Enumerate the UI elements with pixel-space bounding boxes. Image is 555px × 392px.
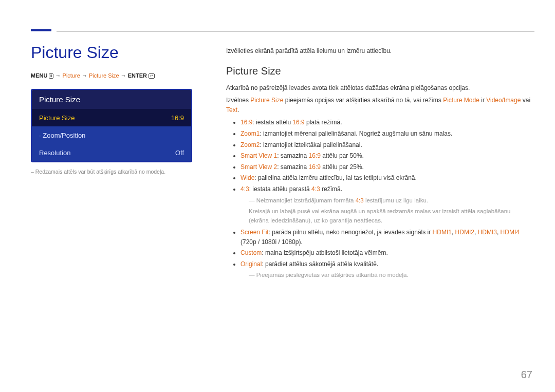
osd-panel: Picture Size Picture Size 16:9 · Zoom/Po… [31,89,192,162]
breadcrumb-picture: Picture [63,72,80,79]
note-4-3-a: Neizmantojiet izstrādājumam formāta 4:3 … [249,196,532,206]
osd-row-prefix: · [39,132,41,139]
list-item: Zoom2: izmantojiet izteiktākai palielinā… [240,140,532,150]
options-list-2: Screen Fit: parāda pilnu attēlu, neko ne… [226,228,532,269]
list-item: Zoom1: izmantojiet mērenai palielināšana… [240,129,532,139]
top-rule [57,31,534,32]
page-title: Picture Size [31,43,206,62]
list-item: Smart View 1: samazina 16:9 attēlu par 5… [240,151,532,161]
intro-text: Izvēlieties ekrānā parādītā attēla lielu… [226,46,532,56]
list-item: Smart View 2: samazina 16:9 attēlu par 2… [240,162,532,172]
top-accent-bar [31,29,51,31]
breadcrumb-enter-label: ENTER [128,72,147,79]
osd-row-value: Off [175,149,184,157]
left-column: Picture Size MENU Ⅲ → Picture → Picture … [31,43,206,175]
note-4-3-b: Kreisajā un labajā pusē vai ekrāna augšā… [249,207,532,226]
osd-row-label: · Zoom/Position [39,132,85,139]
right-column: Izvēlieties ekrānā parādītā attēla lielu… [226,43,532,282]
list-item: 16:9: iestata attēlu 16:9 platā režīmā. [240,118,532,127]
page: Picture Size MENU Ⅲ → Picture → Picture … [0,0,555,392]
paragraph-1: Atkarībā no pašreizējā ievades avota tie… [226,83,532,93]
osd-row-zoom-position[interactable]: · Zoom/Position [32,126,191,144]
list-item: Original: parādiet attēlus sākotnējā att… [240,259,532,269]
paragraph-2: Izvēlnes Picture Size pieejamās opcijas … [226,96,532,115]
breadcrumb-picture-size: Picture Size [89,72,119,79]
note-ports: Pieejamās pieslēgvietas var atšķirties a… [249,271,532,280]
osd-row-label: Resolution [39,149,70,157]
image-disclaimer: – Redzamais attēls var būt atšķirīgs atk… [31,169,206,175]
content-columns: Picture Size MENU Ⅲ → Picture → Picture … [31,43,532,282]
enter-icon: ↵ [149,73,155,79]
list-item: Wide: palielina attēla izmēru attiecību,… [240,173,532,183]
osd-row-value: 16:9 [171,114,184,122]
options-list: 16:9: iestata attēlu 16:9 platā režīmā. … [226,118,532,194]
menu-icon: Ⅲ [49,73,53,79]
osd-panel-body: · Zoom/Position Resolution Off [32,126,191,161]
section-heading: Picture Size [226,63,532,79]
list-item: Screen Fit: parāda pilnu attēlu, neko ne… [240,228,532,247]
osd-row-resolution[interactable]: Resolution Off [32,144,191,161]
osd-row-label: Picture Size [39,114,75,122]
menu-breadcrumb: MENU Ⅲ → Picture → Picture Size → ENTER … [31,72,206,79]
breadcrumb-menu-label: MENU [31,72,47,79]
list-item: 4:3: iestata attēlu parastā 4:3 režīmā. [240,184,532,194]
osd-panel-header: Picture Size [32,90,191,109]
page-number: 67 [521,369,532,381]
osd-row-picture-size[interactable]: Picture Size 16:9 [32,109,191,126]
list-item: Custom: maina izšķirtspēju atbilstoši li… [240,248,532,258]
